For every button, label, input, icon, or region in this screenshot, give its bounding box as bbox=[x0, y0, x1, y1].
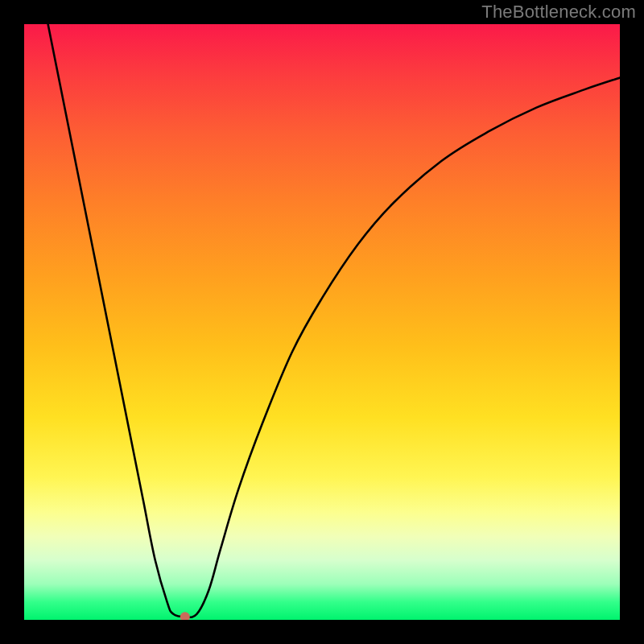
plot-area bbox=[24, 24, 620, 620]
curve-layer bbox=[24, 24, 620, 620]
chart-frame: TheBottleneck.com bbox=[0, 0, 644, 644]
minimum-marker bbox=[180, 612, 190, 620]
bottleneck-curve-path bbox=[48, 24, 620, 617]
watermark-text: TheBottleneck.com bbox=[481, 2, 636, 23]
